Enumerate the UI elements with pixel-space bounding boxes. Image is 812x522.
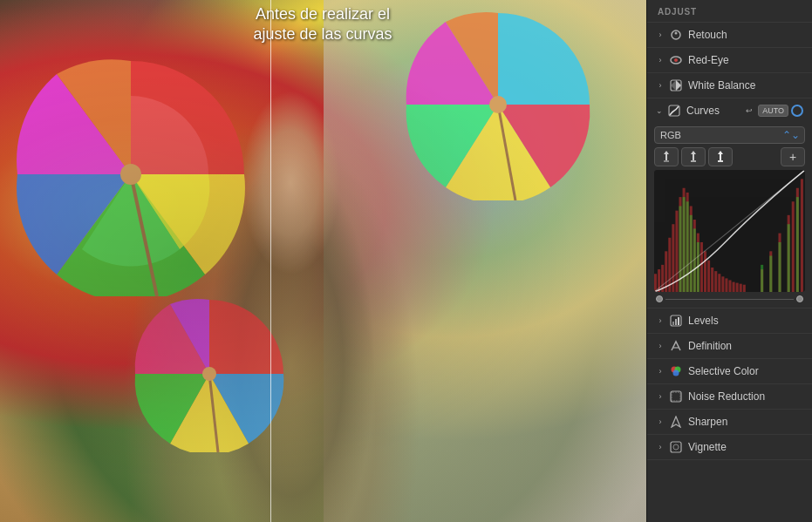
red-eye-label: Red-Eye [688,54,803,66]
chevron-right-icon: › [656,443,665,451]
retouch-label: Retouch [688,29,803,41]
svg-rect-70 [672,392,680,401]
svg-rect-58 [788,224,790,292]
svg-rect-52 [690,215,693,292]
sidebar-item-selective-color[interactable]: › Selective Color [647,359,812,384]
svg-rect-30 [704,251,706,292]
channel-select[interactable]: RGB Red Green Blue [654,126,805,144]
svg-rect-59 [796,197,799,292]
shadow-overlay [0,0,646,522]
levels-icon [669,314,683,328]
black-point-slider[interactable] [656,295,663,302]
curves-controls: RGB Red Green Blue ⌃⌄ [647,123,812,308]
sharpen-icon [669,415,683,429]
svg-rect-40 [740,284,742,292]
sidebar-item-levels[interactable]: › Levels [647,308,812,334]
curves-label: Curves [686,105,743,117]
svg-rect-69 [671,391,681,402]
svg-rect-55 [761,265,763,292]
noise-reduction-label: Noise Reduction [688,390,803,403]
definition-label: Definition [688,340,803,352]
svg-rect-37 [728,281,731,292]
curves-section: ⌄ Curves ↩ AUTO RGB Red [647,98,812,308]
svg-rect-56 [769,256,772,292]
svg-rect-16 [654,274,657,292]
svg-rect-41 [743,285,746,292]
sidebar-item-sharpen[interactable]: › Sharpen [647,410,812,435]
black-point-eyedropper[interactable] [654,147,679,166]
chevron-right-icon: › [656,81,665,90]
noise-reduction-icon [669,390,683,403]
redeye-icon [669,53,683,67]
svg-rect-39 [736,283,739,292]
curves-icon [667,104,681,118]
split-line[interactable] [270,0,271,522]
slider-track [665,299,794,300]
image-area: Antes de realizar el ajuste de las curva… [0,0,646,522]
white-balance-label: White Balance [688,79,803,92]
histogram-svg [654,170,805,292]
right-panel: ADJUST › Retouch › Red-Eye › [646,0,812,522]
chevron-down-icon: ⌄ [656,106,663,115]
svg-rect-13 [691,160,696,162]
channel-select-wrapper: RGB Red Green Blue ⌃⌄ [654,126,805,144]
svg-rect-35 [721,276,724,292]
svg-point-72 [673,444,679,450]
sidebar-item-retouch[interactable]: › Retouch [647,23,812,48]
selective-color-label: Selective Color [688,365,803,377]
svg-rect-34 [718,274,720,292]
svg-rect-62 [672,322,674,325]
svg-rect-36 [725,278,727,292]
selective-color-icon [669,364,683,378]
svg-rect-29 [700,242,703,292]
retouch-icon [669,28,683,42]
svg-rect-12 [664,160,669,162]
chevron-right-icon: › [656,367,665,376]
svg-rect-63 [675,319,677,325]
gray-point-eyedropper[interactable] [681,147,706,166]
white-point-slider[interactable] [796,295,803,302]
svg-rect-33 [714,271,717,292]
definition-icon [669,339,683,353]
sidebar-item-white-balance[interactable]: › White Balance [647,73,812,98]
curves-channel-button[interactable] [791,105,803,117]
sharpen-label: Sharpen [688,416,803,428]
svg-rect-46 [792,201,795,292]
sidebar-item-red-eye[interactable]: › Red-Eye [647,48,812,73]
svg-rect-71 [671,442,681,452]
wb-icon [669,78,683,92]
sidebar-item-vignette[interactable]: › Vignette [647,435,812,460]
chevron-right-icon: › [656,31,665,39]
chevron-right-icon: › [656,342,665,350]
svg-point-9 [674,58,678,62]
vignette-label: Vignette [688,441,803,453]
chevron-right-icon: › [656,417,665,426]
svg-rect-14 [718,160,723,162]
levels-label: Levels [688,315,803,327]
panel-header: ADJUST [647,0,812,23]
histogram-area[interactable] [654,170,805,292]
svg-rect-48 [801,179,803,292]
add-point-button[interactable]: + [781,147,805,166]
svg-rect-38 [733,282,735,292]
chevron-right-icon: › [656,392,665,401]
eyedropper-row: + [654,147,805,166]
rgb-select-row: RGB Red Green Blue ⌃⌄ [654,126,805,144]
svg-rect-64 [678,317,679,325]
svg-point-68 [673,370,679,376]
svg-point-7 [675,32,678,35]
svg-rect-32 [711,268,713,292]
chevron-right-icon: › [656,56,665,64]
curves-reset-button[interactable]: ↩ [743,105,755,116]
svg-rect-31 [707,261,710,292]
sidebar-item-curves[interactable]: ⌄ Curves ↩ AUTO [647,98,812,123]
sidebar-item-noise-reduction[interactable]: › Noise Reduction [647,384,812,410]
sidebar-item-definition[interactable]: › Definition [647,334,812,359]
svg-rect-51 [686,201,689,292]
svg-rect-57 [778,242,781,292]
white-point-eyedropper[interactable] [708,147,733,166]
chevron-right-icon: › [656,316,665,325]
auto-badge[interactable]: AUTO [758,105,788,117]
vignette-icon [669,440,683,454]
slider-row [654,295,805,302]
